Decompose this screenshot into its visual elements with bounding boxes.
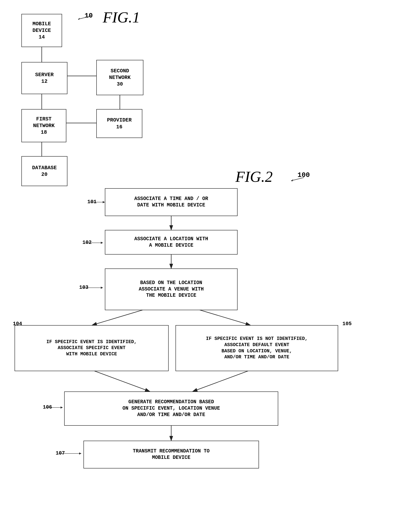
ref101-arrow [89, 199, 107, 205]
ref-104: 104 [13, 321, 22, 327]
box-database: DATABASE 20 [21, 156, 67, 186]
box-step105: IF SPECIFIC EVENT IS NOT IDENTIFIED, ASS… [176, 325, 338, 371]
svg-marker-24 [101, 287, 103, 289]
svg-line-17 [291, 178, 304, 181]
svg-marker-20 [103, 201, 105, 203]
svg-line-13 [193, 370, 250, 391]
diagram-container: FIG.1 10 MOBILE DEVICE 14 SERVER 12 SECO… [0, 0, 394, 532]
svg-line-15 [78, 16, 91, 19]
box-step106: GENERATE RECOMMENDATION BASED ON SPECIFI… [64, 391, 278, 426]
svg-line-10 [92, 309, 145, 325]
ref102-arrow [84, 240, 107, 246]
ref103-arrow [81, 285, 107, 291]
svg-line-11 [197, 309, 250, 325]
box-second-network: SECOND NETWORK 30 [96, 60, 143, 95]
box-step101: ASSOCIATE A TIME AND / OR DATE WITH MOBI… [105, 188, 238, 216]
box-mobile-device: MOBILE DEVICE 14 [21, 14, 62, 47]
box-step107: TRANSMIT RECOMMENDATION TO MOBILE DEVICE [83, 441, 259, 468]
ref10-arrow [76, 12, 93, 20]
fig2-label: FIG.2 [235, 168, 273, 186]
ref100-arrow [289, 171, 306, 182]
svg-marker-28 [79, 452, 81, 455]
box-provider: PROVIDER 16 [96, 109, 142, 138]
fig1-label: FIG.1 [103, 9, 140, 26]
svg-marker-22 [101, 242, 103, 244]
ref107-arrow [57, 450, 85, 457]
box-step103: BASED ON THE LOCATION ASSOCIATE A VENUE … [105, 268, 238, 310]
svg-line-12 [92, 370, 150, 391]
box-first-network: FIRST NETWORK 18 [21, 109, 66, 142]
ref106-arrow [45, 404, 66, 411]
box-server: SERVER 12 [21, 62, 67, 94]
box-step104: IF SPECIFIC EVENT IS IDENTIFIED, ASSOCIA… [15, 325, 169, 371]
ref-105: 105 [342, 321, 352, 327]
svg-marker-26 [61, 406, 63, 409]
box-step102: ASSOCIATE A LOCATION WITH A MOBILE DEVIC… [105, 230, 238, 255]
